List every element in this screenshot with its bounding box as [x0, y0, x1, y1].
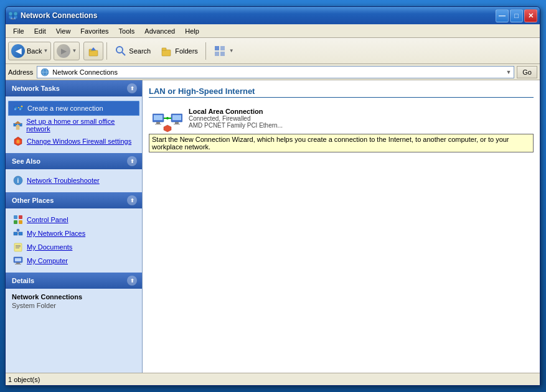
my-documents-label: My Documents: [27, 243, 72, 251]
setup-home-icon: [13, 120, 22, 130]
svg-point-63: [166, 117, 169, 119]
svg-point-12: [118, 48, 121, 52]
local-area-connection-item[interactable]: Local Area Connection Connected, Firewal…: [149, 104, 534, 136]
back-dropdown-icon[interactable]: ▼: [43, 48, 48, 54]
forward-dropdown-icon[interactable]: ▼: [72, 48, 77, 54]
menu-help[interactable]: Help: [180, 26, 204, 36]
svg-marker-31: [14, 121, 21, 124]
sidebar-item-setup-home[interactable]: Set up a home or small office network: [8, 116, 139, 134]
details-title: Details: [12, 277, 34, 284]
svg-rect-46: [14, 243, 22, 251]
menu-view[interactable]: View: [51, 26, 76, 36]
minimize-button[interactable]: —: [496, 9, 509, 22]
sidebar-item-control-panel[interactable]: Control Panel: [8, 213, 139, 226]
window-controls: — □ ✕: [496, 9, 537, 22]
details-body: Network Connections System Folder: [6, 289, 142, 313]
status-bar: 1 object(s): [6, 373, 540, 385]
svg-rect-13: [162, 50, 171, 56]
sidebar-item-change-firewall[interactable]: Change Windows Firewall settings: [8, 134, 139, 148]
network-tasks-collapse-icon[interactable]: ⬆: [127, 83, 137, 93]
create-connection-label: Create a new connection: [27, 105, 103, 112]
svg-rect-52: [16, 263, 20, 264]
folders-button[interactable]: Folders: [156, 42, 202, 60]
details-section: Details ⬆ Network Connections System Fol…: [6, 273, 142, 313]
control-panel-icon: [13, 215, 23, 225]
menu-advanced[interactable]: Advanced: [139, 26, 180, 36]
up-button[interactable]: [83, 42, 103, 60]
title-bar: Network Connections — □ ✕: [6, 7, 540, 24]
other-places-body: Control Panel My Network Places: [6, 209, 142, 271]
views-icon: [214, 45, 226, 57]
maximize-button[interactable]: □: [510, 9, 523, 22]
change-firewall-icon: [13, 136, 23, 146]
close-button[interactable]: ✕: [524, 9, 537, 22]
forward-button[interactable]: ▶ ▼: [54, 42, 80, 60]
network-tasks-header[interactable]: Network Tasks ⬆: [6, 80, 142, 96]
see-also-collapse-icon[interactable]: ⬆: [127, 156, 137, 166]
address-field[interactable]: Network Connections ▼: [37, 66, 514, 78]
svg-rect-41: [19, 220, 22, 224]
see-also-title: See Also: [12, 157, 40, 165]
my-computer-label: My Computer: [27, 257, 68, 264]
svg-rect-47: [16, 245, 21, 246]
left-panel: Network Tasks ⬆: [6, 80, 143, 373]
svg-marker-64: [164, 125, 171, 132]
connection-adapter: AMD PCNET Family PCI Ethern...: [189, 122, 530, 129]
my-network-places-label: My Network Places: [27, 230, 85, 237]
views-button[interactable]: ▼: [209, 42, 238, 60]
svg-rect-51: [15, 258, 21, 261]
search-button[interactable]: Search: [110, 42, 155, 60]
svg-rect-56: [156, 122, 160, 124]
svg-rect-57: [155, 124, 161, 124]
sidebar-item-create-connection[interactable]: Create a new connection: [8, 101, 139, 116]
svg-rect-55: [154, 115, 162, 120]
svg-rect-53: [15, 264, 21, 264]
other-places-header[interactable]: Other Places ⬆: [6, 192, 142, 208]
svg-point-45: [17, 229, 19, 231]
svg-rect-38: [14, 215, 17, 219]
details-collapse-icon[interactable]: ⬆: [127, 276, 137, 286]
go-button[interactable]: Go: [517, 66, 537, 78]
address-value: Network Connections: [52, 68, 118, 76]
sidebar-item-network-troubleshooter[interactable]: i Network Troubleshooter: [8, 174, 139, 187]
sidebar-item-my-documents[interactable]: My Documents: [8, 240, 139, 254]
menu-file[interactable]: File: [8, 26, 29, 36]
back-arrow-icon: ◀: [11, 44, 25, 58]
network-tasks-body: Create a new connection Set up a home or…: [6, 97, 142, 152]
window: Network Connections — □ ✕ File Edit View…: [5, 6, 540, 386]
menu-favorites[interactable]: Favorites: [75, 26, 113, 36]
svg-rect-4: [11, 19, 15, 19]
address-icon: [40, 67, 50, 77]
menu-edit[interactable]: Edit: [29, 26, 51, 36]
menu-tools[interactable]: Tools: [114, 26, 140, 36]
other-places-collapse-icon[interactable]: ⬆: [127, 195, 137, 205]
svg-rect-25: [19, 108, 21, 110]
search-icon: [115, 45, 127, 57]
details-type: System Folder: [12, 302, 136, 309]
back-label: Back: [27, 47, 42, 55]
my-network-places-icon: [13, 228, 23, 238]
svg-rect-39: [19, 215, 22, 219]
views-dropdown-icon[interactable]: ▼: [229, 48, 234, 54]
svg-line-11: [122, 52, 125, 55]
window-icon: [8, 11, 18, 21]
svg-rect-59: [172, 115, 181, 120]
network-troubleshooter-label: Network Troubleshooter: [27, 177, 100, 184]
other-places-section: Other Places ⬆ Control Panel: [6, 192, 142, 271]
svg-point-6: [14, 12, 17, 16]
status-text: 1 object(s): [8, 376, 40, 383]
see-also-body: i Network Troubleshooter: [6, 170, 142, 191]
svg-rect-49: [16, 248, 19, 248]
up-folder-icon: [88, 45, 99, 57]
desktop: Network Connections — □ ✕ File Edit View…: [0, 0, 546, 392]
back-button[interactable]: ◀ Back ▼: [8, 42, 51, 60]
svg-marker-9: [91, 47, 96, 50]
address-dropdown-icon[interactable]: ▼: [506, 69, 511, 75]
sidebar-item-my-computer[interactable]: My Computer: [8, 254, 139, 268]
sidebar-item-my-network-places[interactable]: My Network Places: [8, 226, 139, 240]
svg-rect-23: [14, 108, 16, 110]
network-tasks-title: Network Tasks: [12, 85, 60, 92]
network-tasks-section: Network Tasks ⬆: [6, 80, 142, 152]
details-header[interactable]: Details ⬆: [6, 273, 142, 289]
see-also-header[interactable]: See Also ⬆: [6, 153, 142, 169]
